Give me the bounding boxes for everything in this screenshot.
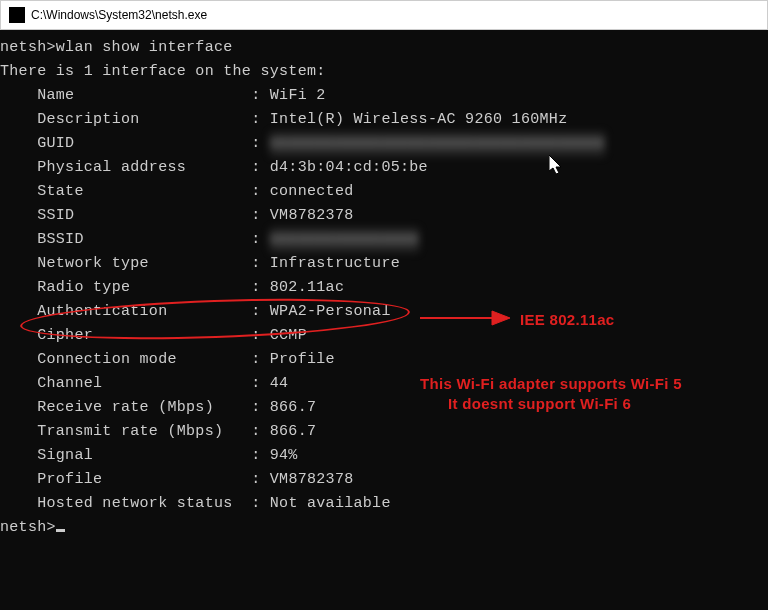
prompt-line-2: netsh> [0,516,768,540]
row-channel: Channel : 44 [0,372,768,396]
row-guid: GUID : xxxxxxxxxxxxxxxxxxxxxxxxxxxxxxxxx… [0,132,768,156]
row-signal: Signal : 94% [0,444,768,468]
window-title: C:\Windows\System32\netsh.exe [31,8,207,22]
row-physical-address: Physical address : d4:3b:04:cd:05:be [0,156,768,180]
row-receive-rate: Receive rate (Mbps) : 866.7 [0,396,768,420]
row-bssid: BSSID : xxxxxxxxxxxxxxxx [0,228,768,252]
window-titlebar: C:\Windows\System32\netsh.exe [0,0,768,30]
prompt-line: netsh>wlan show interface [0,36,768,60]
row-authentication: Authentication : WPA2-Personal [0,300,768,324]
row-state: State : connected [0,180,768,204]
terminal-output[interactable]: netsh>wlan show interfaceThere is 1 inte… [0,30,768,610]
row-description: Description : Intel(R) Wireless-AC 9260 … [0,108,768,132]
row-profile: Profile : VM8782378 [0,468,768,492]
row-hosted-network: Hosted network status : Not available [0,492,768,516]
row-transmit-rate: Transmit rate (Mbps) : 866.7 [0,420,768,444]
row-cipher: Cipher : CCMP [0,324,768,348]
row-name: Name : WiFi 2 [0,84,768,108]
row-network-type: Network type : Infrastructure [0,252,768,276]
row-radio-type: Radio type : 802.11ac [0,276,768,300]
row-ssid: SSID : VM8782378 [0,204,768,228]
text-caret [56,529,65,532]
interface-header: There is 1 interface on the system: [0,60,768,84]
row-connection-mode: Connection mode : Profile [0,348,768,372]
window-icon [9,7,25,23]
